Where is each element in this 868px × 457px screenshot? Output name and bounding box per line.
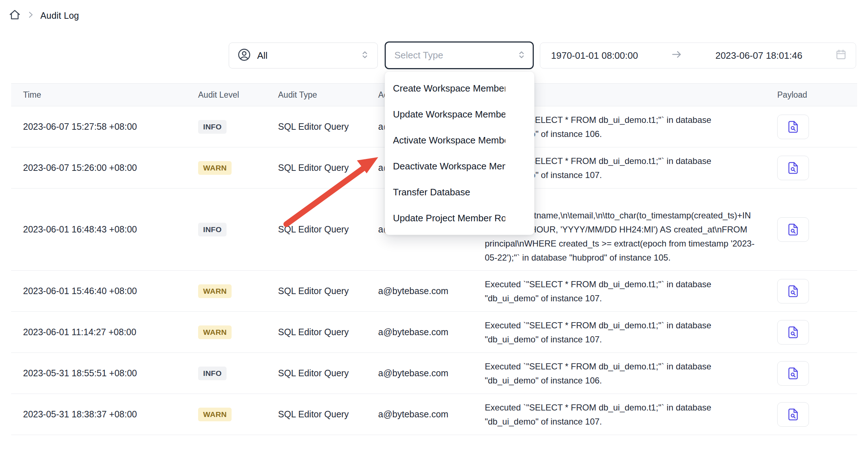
payload-doc-icon (786, 325, 800, 340)
cell-time: 2023-06-01 15:46:40 +08:00 (23, 286, 198, 296)
cell-comment: Executed `"SELECT * FROM db_ui_demo.t1;"… (485, 354, 777, 393)
date-range-end[interactable]: 2023-06-07 18:01:46 (715, 50, 802, 61)
payload-button[interactable] (777, 279, 809, 303)
audit-type-dropdown: Create Workspace Member Update Workspace… (385, 71, 534, 235)
user-circle-icon (237, 48, 251, 63)
cell-audit-type: SQL Editor Query (278, 368, 378, 378)
cell-time: 2023-05-31 18:38:37 +08:00 (23, 409, 198, 420)
payload-button[interactable] (777, 115, 809, 139)
cell-time: 2023-06-07 15:27:58 +08:00 (23, 121, 198, 132)
dropdown-item-label: Transfer Database (393, 187, 505, 198)
dropdown-item[interactable]: Create Workspace Member (385, 75, 534, 101)
cell-comment: Executed `"SELECT * FROM db_ui_demo.t1;"… (485, 395, 777, 434)
audit-level-badge: WARN (198, 161, 232, 175)
audit-level-badge: INFO (198, 223, 227, 236)
calendar-icon[interactable] (835, 48, 847, 63)
date-range-picker[interactable]: 1970-01-01 08:00:00 2023-06-07 18:01:46 (540, 43, 856, 68)
audit-level-badge: WARN (198, 284, 232, 298)
cell-comment: Executed `"SELECT * FROM db_ui_demo.t1;"… (485, 271, 777, 311)
audit-level-badge: INFO (198, 120, 227, 134)
audit-type-placeholder: Select Type (394, 50, 443, 61)
dropdown-item[interactable]: Activate Workspace Member (385, 127, 534, 153)
payload-doc-icon (786, 161, 800, 175)
cell-actor: a@bytebase.com (378, 327, 485, 337)
dropdown-item[interactable]: Update Project Member Role (385, 205, 534, 231)
audit-level-badge: WARN (198, 325, 232, 339)
table-row: 2023-05-31 18:55:51 +08:00 INFO SQL Edit… (11, 353, 857, 394)
table-row: 2023-05-31 18:38:37 +08:00 WARN SQL Edit… (11, 394, 857, 435)
cell-actor: a@bytebase.com (378, 368, 485, 378)
cell-audit-type: SQL Editor Query (278, 286, 378, 296)
payload-button[interactable] (777, 320, 809, 345)
column-header-audit-level: Audit Level (198, 90, 278, 100)
table-row: 2023-06-01 15:46:40 +08:00 WARN SQL Edit… (11, 271, 857, 312)
home-icon[interactable] (9, 9, 21, 22)
updown-chevron-icon (359, 49, 370, 62)
payload-doc-icon (786, 366, 800, 381)
cell-time: 2023-06-01 16:48:43 +08:00 (23, 224, 198, 235)
payload-doc-icon (786, 222, 800, 237)
breadcrumb: Audit Log (9, 9, 79, 22)
dropdown-item[interactable]: Update Workspace Member (385, 101, 534, 127)
column-header-time: Time (23, 90, 198, 100)
cell-comment: Executed `"SELECT * FROM db_ui_demo.t1;"… (485, 312, 777, 352)
column-header-audit-type: Audit Type (278, 90, 378, 100)
cell-actor: a@bytebase.com (378, 286, 485, 296)
cell-audit-type: SQL Editor Query (278, 224, 378, 235)
column-header-payload: Payload (777, 90, 857, 100)
dropdown-item-label: Deactivate Workspace Member (393, 161, 505, 172)
date-range-start[interactable]: 1970-01-01 08:00:00 (551, 50, 638, 61)
dropdown-item-label: Create Workspace Member (393, 83, 505, 94)
actor-filter-select[interactable]: All (229, 43, 378, 68)
cell-audit-type: SQL Editor Query (278, 163, 378, 173)
table-row: 2023-06-01 11:14:27 +08:00 WARN SQL Edit… (11, 312, 857, 353)
audit-level-badge: WARN (198, 408, 232, 421)
payload-doc-icon (786, 120, 800, 134)
cell-audit-type: SQL Editor Query (278, 409, 378, 420)
audit-type-select[interactable]: Select Type (385, 41, 534, 69)
arrow-right-icon (671, 48, 683, 63)
cell-audit-type: SQL Editor Query (278, 121, 378, 132)
audit-level-badge: INFO (198, 367, 227, 380)
payload-button[interactable] (777, 217, 809, 242)
cell-time: 2023-05-31 18:55:51 +08:00 (23, 368, 198, 378)
dropdown-item-label: Update Workspace Member (393, 109, 505, 120)
dropdown-item-label: Activate Workspace Member (393, 135, 505, 146)
audit-log-page: Audit Log All Select Type 1970-01-01 08:… (0, 0, 868, 457)
cell-audit-type: SQL Editor Query (278, 327, 378, 337)
dropdown-item-label: Update Project Member Role (393, 213, 505, 224)
cell-time: 2023-06-07 15:26:00 +08:00 (23, 163, 198, 173)
updown-chevron-icon (516, 49, 527, 62)
payload-button[interactable] (777, 361, 809, 386)
payload-button[interactable] (777, 156, 809, 180)
page-title: Audit Log (40, 10, 79, 21)
payload-button[interactable] (777, 402, 809, 427)
dropdown-item[interactable]: Transfer Database (385, 179, 534, 205)
breadcrumb-chevron-icon (26, 10, 35, 21)
payload-doc-icon (786, 284, 800, 298)
payload-doc-icon (786, 407, 800, 422)
cell-time: 2023-06-01 11:14:27 +08:00 (23, 327, 198, 337)
dropdown-item[interactable]: Deactivate Workspace Member (385, 153, 534, 179)
actor-filter-value: All (257, 50, 268, 61)
cell-actor: a@bytebase.com (378, 409, 485, 420)
